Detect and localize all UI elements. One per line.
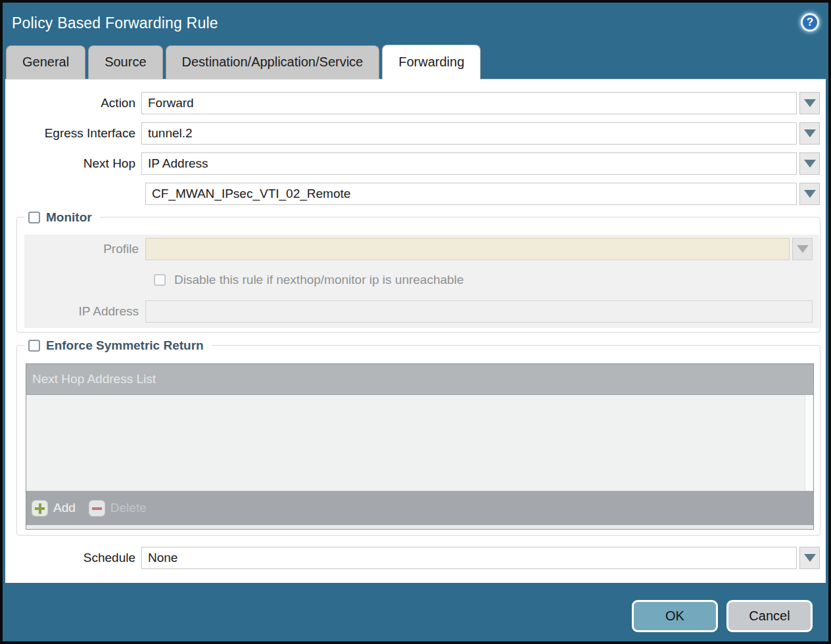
- help-glyph: ?: [807, 16, 813, 29]
- action-row: Action Forward: [5, 92, 820, 114]
- tab-source[interactable]: Source: [88, 45, 162, 79]
- add-button[interactable]: Add: [32, 500, 76, 517]
- disable-rule-checkbox: [154, 274, 166, 286]
- monitor-ip-address-input: [145, 300, 813, 323]
- delete-button: Delete: [89, 500, 147, 517]
- monitor-ip-address-label: IP Address: [24, 304, 145, 319]
- dialog-title: Policy Based Forwarding Rule: [12, 14, 218, 32]
- next-hop-dropdown-button[interactable]: [799, 152, 820, 175]
- profile-row: Profile: [24, 238, 813, 260]
- monitor-panel: Profile Disable this rule if nexthop/mon…: [24, 235, 819, 328]
- egress-interface-dropdown-button[interactable]: [799, 122, 820, 145]
- monitor-checkbox[interactable]: [28, 212, 40, 223]
- next-hop-row: Next Hop IP Address: [5, 152, 820, 175]
- disable-rule-label: Disable this rule if nexthop/monitor ip …: [174, 273, 463, 287]
- profile-label: Profile: [24, 242, 145, 256]
- disable-rule-row: Disable this rule if nexthop/monitor ip …: [24, 273, 819, 287]
- next-hop-address-list-toolbar: Add Delete: [26, 491, 813, 525]
- action-label: Action: [5, 96, 141, 110]
- tab-forwarding[interactable]: Forwarding: [382, 45, 481, 80]
- chevron-down-icon: [804, 129, 816, 137]
- schedule-label: Schedule: [5, 551, 141, 565]
- enforce-symmetric-return-checkbox[interactable]: [28, 340, 40, 352]
- next-hop-address-select[interactable]: CF_MWAN_IPsec_VTI_02_Remote: [145, 183, 797, 205]
- help-icon[interactable]: ?: [801, 13, 819, 32]
- plus-icon: [32, 500, 48, 517]
- egress-interface-label: Egress Interface: [5, 126, 141, 141]
- enforce-symmetric-return-legend: Enforce Symmetric Return: [24, 338, 212, 354]
- tab-general[interactable]: General: [6, 45, 85, 79]
- next-hop-address-dropdown-button[interactable]: [799, 183, 820, 205]
- monitor-ip-address-row: IP Address: [24, 300, 813, 323]
- next-hop-select[interactable]: IP Address: [141, 152, 797, 175]
- monitor-legend-label: Monitor: [46, 210, 92, 225]
- schedule-dropdown-button[interactable]: [799, 547, 820, 569]
- scrollbar-track: [805, 395, 813, 491]
- tab-destination-application-service[interactable]: Destination/Application/Service: [166, 45, 380, 79]
- add-button-label: Add: [53, 501, 76, 515]
- enforce-symmetric-return-fieldset: Enforce Symmetric Return Next Hop Addres…: [16, 345, 820, 536]
- minus-icon: [89, 500, 105, 517]
- table-bottom-strip: [26, 525, 813, 529]
- egress-interface-select[interactable]: tunnel.2: [141, 122, 797, 145]
- next-hop-address-list-body: [26, 395, 813, 491]
- tab-bar: General Source Destination/Application/S…: [3, 44, 828, 79]
- next-hop-address-list-header: Next Hop Address List: [26, 364, 813, 395]
- next-hop-address-list-header-label: Next Hop Address List: [32, 372, 156, 386]
- monitor-fieldset: Monitor Profile Disable this rule if nex…: [16, 217, 820, 333]
- profile-select: [145, 238, 790, 260]
- chevron-down-icon: [804, 554, 816, 562]
- next-hop-address-list-table: Next Hop Address List Add Delete: [26, 363, 814, 530]
- next-hop-label: Next Hop: [5, 156, 141, 171]
- action-dropdown-button[interactable]: [799, 92, 820, 114]
- action-select[interactable]: Forward: [141, 92, 797, 114]
- profile-dropdown-button: [792, 238, 813, 260]
- ok-button[interactable]: OK: [632, 600, 718, 632]
- monitor-legend: Monitor: [24, 210, 100, 225]
- chevron-down-icon: [804, 190, 816, 198]
- chevron-down-icon: [804, 99, 816, 107]
- chevron-down-icon: [797, 245, 809, 253]
- pbf-rule-dialog: Policy Based Forwarding Rule ? General S…: [0, 0, 831, 644]
- enforce-symmetric-return-legend-label: Enforce Symmetric Return: [46, 338, 204, 353]
- forwarding-tab-panel: Action Forward Egress Interface tunnel.2…: [5, 79, 826, 583]
- chevron-down-icon: [804, 160, 816, 168]
- delete-button-label: Delete: [110, 501, 147, 515]
- dialog-footer: OK Cancel: [3, 583, 828, 641]
- schedule-row: Schedule None: [5, 547, 820, 569]
- next-hop-address-row: CF_MWAN_IPsec_VTI_02_Remote: [5, 183, 820, 205]
- schedule-select[interactable]: None: [141, 547, 797, 569]
- egress-interface-row: Egress Interface tunnel.2: [5, 122, 820, 145]
- dialog-titlebar: Policy Based Forwarding Rule ?: [3, 3, 828, 44]
- cancel-button[interactable]: Cancel: [726, 600, 813, 632]
